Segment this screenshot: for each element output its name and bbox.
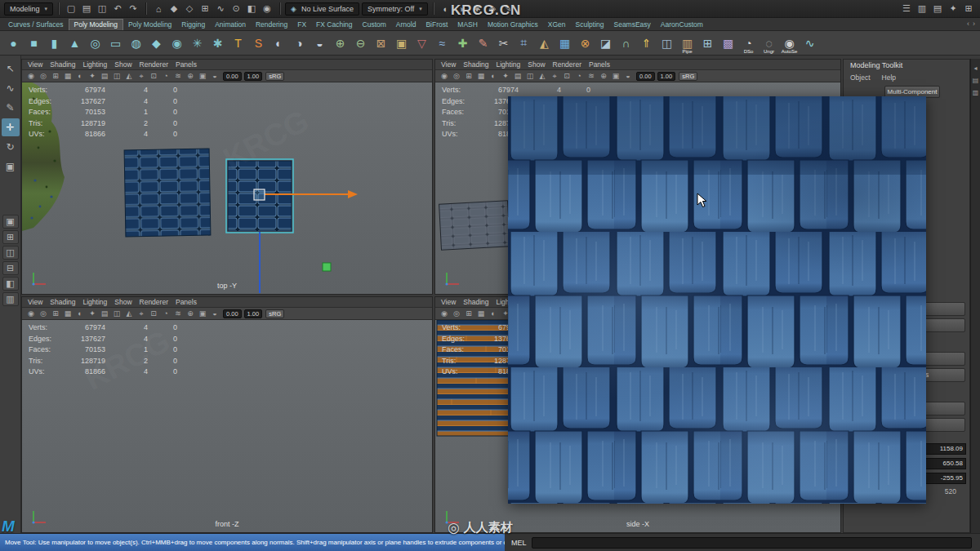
shelf-scroll-left-icon[interactable]: ‹ bbox=[967, 20, 969, 28]
viewport-toolbar-icon-11[interactable]: ◔ bbox=[573, 71, 585, 82]
boolean-difference-icon[interactable]: ◑ bbox=[289, 32, 310, 54]
select-by-component-icon[interactable]: ◇ bbox=[182, 2, 197, 16]
append-to-polygon-icon[interactable]: ✚ bbox=[452, 32, 473, 54]
viewport-toolbar-icon-6[interactable]: ▤ bbox=[512, 71, 523, 82]
separate-icon[interactable]: ⊖ bbox=[350, 32, 371, 54]
viewport-toolbar-icon-2[interactable]: ⊞ bbox=[463, 71, 474, 82]
lasso-tool-icon[interactable]: ∿ bbox=[2, 79, 20, 97]
colorspace-chip[interactable]: sRG bbox=[265, 72, 284, 81]
mode-selector-dropdown[interactable]: Modeling ▾ bbox=[4, 2, 53, 16]
viewport-menu-show[interactable]: Show bbox=[528, 60, 545, 69]
viewport-menu-shading[interactable]: Shading bbox=[463, 60, 488, 69]
shelf-tab-seamseasy[interactable]: SeamsEasy bbox=[608, 20, 655, 30]
fill-hole-icon[interactable]: ▣ bbox=[391, 32, 412, 54]
viewport-toolbar-icon-3[interactable]: ▦ bbox=[475, 309, 487, 319]
boolean-intersection-icon[interactable]: ◒ bbox=[310, 32, 330, 54]
ungroup-icon[interactable]: ◌Ungr bbox=[759, 32, 779, 54]
shelf-tab-xgen[interactable]: XGen bbox=[543, 20, 571, 30]
shelf-tab-bifrost[interactable]: BiFrost bbox=[421, 20, 452, 30]
select-tool-icon[interactable]: ↖ bbox=[2, 60, 20, 78]
shelf-tab-motion-graphics[interactable]: Motion Graphics bbox=[483, 20, 543, 30]
bridge-icon[interactable]: ∩ bbox=[616, 32, 636, 54]
viewport-toolbar-icon-4[interactable]: ◐ bbox=[74, 71, 86, 82]
viewport-toolbar-icon-5[interactable]: ✦ bbox=[87, 71, 98, 82]
snap-to-grid-icon[interactable]: ⊞ bbox=[198, 2, 212, 16]
reduce-icon[interactable]: ▽ bbox=[412, 32, 432, 54]
shelf-tab-fx-caching[interactable]: FX Caching bbox=[311, 20, 357, 30]
viewport-toolbar-icon-2[interactable]: ⊞ bbox=[50, 71, 61, 82]
viewport-menu-panels[interactable]: Panels bbox=[176, 60, 197, 69]
new-scene-icon[interactable]: ▢ bbox=[64, 2, 78, 16]
viewport-toolbar-icon-1[interactable]: ◎ bbox=[451, 309, 462, 319]
scale-tool-icon[interactable]: ▣ bbox=[2, 158, 20, 176]
poly-cube-icon[interactable]: ■ bbox=[24, 32, 44, 54]
viewport-toolbar-icon-8[interactable]: ◭ bbox=[123, 309, 135, 319]
channel-box-tab-icon[interactable]: ▤ bbox=[971, 75, 980, 86]
x-coordinate-field[interactable]: 1158.09 bbox=[922, 443, 966, 455]
viewport-toolbar-icon-8[interactable]: ◭ bbox=[123, 71, 135, 82]
make-live-icon[interactable]: ◉ bbox=[260, 2, 274, 16]
shelf-tab-rendering[interactable]: Rendering bbox=[251, 20, 292, 30]
viewport-toolbar-icon-14[interactable]: ▣ bbox=[197, 309, 208, 319]
workspace-selector-icon[interactable]: ⊞ bbox=[961, 2, 976, 16]
z-coordinate-field[interactable]: -255.95 bbox=[922, 473, 966, 484]
duplicate-icon[interactable]: ⊞ bbox=[697, 32, 718, 54]
viewport-toolbar-icon-6[interactable]: ▤ bbox=[99, 309, 110, 319]
shelf-tab-custom[interactable]: Custom bbox=[358, 20, 391, 30]
shelf-tab-curves-surfaces[interactable]: Curves / Surfaces bbox=[3, 20, 69, 30]
shelf-tab-sculpting[interactable]: Sculpting bbox=[571, 20, 609, 30]
ipr-render-icon[interactable]: ◑ bbox=[454, 2, 469, 16]
lattice-icon[interactable]: ▩ bbox=[718, 32, 738, 54]
super-ellipse-icon[interactable]: ◉ bbox=[167, 32, 187, 54]
extrude-icon[interactable]: ⇑ bbox=[636, 32, 657, 54]
mirror-icon[interactable]: ◫ bbox=[657, 32, 677, 54]
viewport-menu-show[interactable]: Show bbox=[114, 298, 131, 306]
viewport-toolbar-icon-3[interactable]: ▦ bbox=[62, 71, 74, 82]
viewport-menu-renderer[interactable]: Renderer bbox=[140, 60, 168, 69]
viewport-canvas-front[interactable]: Verts:6797440Edges:13762740Faces:7015310… bbox=[22, 320, 432, 532]
viewport-toolbar-icon-12[interactable]: ≋ bbox=[586, 71, 597, 82]
poly-plane-icon[interactable]: ▭ bbox=[105, 32, 126, 54]
attribute-editor-toggle-icon[interactable]: ▤ bbox=[930, 2, 945, 16]
colorspace-chip[interactable]: sRG bbox=[265, 309, 284, 318]
shelf-scroll-right-icon[interactable]: › bbox=[973, 20, 975, 28]
symmetry-dropdown[interactable]: Symmetry: Off ▾ bbox=[362, 2, 428, 16]
viewport-toolbar-icon-15[interactable]: ◒ bbox=[622, 71, 634, 82]
gamma-field[interactable]: 1.00 bbox=[244, 72, 263, 81]
viewport-menu-view[interactable]: View bbox=[441, 298, 456, 306]
viewport-menu-view[interactable]: View bbox=[28, 60, 42, 69]
viewport-toolbar-icon-14[interactable]: ▣ bbox=[610, 71, 621, 82]
poly-cylinder-icon[interactable]: ▮ bbox=[44, 32, 65, 54]
viewport-toolbar-icon-3[interactable]: ▦ bbox=[62, 309, 74, 319]
viewport-toolbar-icon-10[interactable]: ⊡ bbox=[561, 71, 572, 82]
pipe-icon[interactable]: ▥Pipe bbox=[677, 32, 697, 54]
select-by-object-icon[interactable]: ◆ bbox=[167, 2, 181, 16]
spherical-harmonics-icon[interactable]: ✳ bbox=[187, 32, 207, 54]
shelf-tab-poly-modeling[interactable]: Poly Modeling bbox=[69, 19, 123, 30]
target-weld-icon[interactable]: ⊗ bbox=[575, 32, 595, 54]
command-line-input[interactable] bbox=[532, 537, 972, 549]
viewport-toolbar-icon-9[interactable]: ⌖ bbox=[136, 71, 147, 82]
shelf-tab-arnold[interactable]: Arnold bbox=[391, 20, 421, 30]
colorspace-chip[interactable]: sRG bbox=[679, 72, 697, 81]
viewport-toolbar-icon-2[interactable]: ⊞ bbox=[463, 309, 474, 319]
auto-seam-icon[interactable]: ◉AutoSe bbox=[779, 32, 800, 54]
viewport-menu-renderer[interactable]: Renderer bbox=[140, 298, 168, 306]
exposure-field[interactable]: 0.00 bbox=[636, 72, 655, 81]
viewport-toolbar-icon-1[interactable]: ◎ bbox=[38, 71, 49, 82]
viewport-toolbar-icon-10[interactable]: ⊡ bbox=[148, 71, 159, 82]
outliner-toggle-icon[interactable]: ☰ bbox=[899, 2, 914, 16]
connect-icon[interactable]: ⌗ bbox=[514, 32, 534, 54]
combine-icon[interactable]: ⊕ bbox=[330, 32, 350, 54]
shelf-tab-poly-modeling[interactable]: Poly Modeling bbox=[123, 20, 176, 30]
extract-icon[interactable]: ⊠ bbox=[371, 32, 391, 54]
viewport-toolbar-icon-11[interactable]: ◔ bbox=[160, 71, 172, 82]
viewport-front[interactable]: ViewShadingLightingShowRendererPanels ◉◎… bbox=[21, 296, 433, 533]
panel-collapse-icon[interactable]: ◂ bbox=[971, 63, 980, 73]
viewport-toolbar-icon-13[interactable]: ⊕ bbox=[185, 309, 196, 319]
rotate-tool-icon[interactable]: ↻ bbox=[2, 138, 20, 156]
shelf-tab-rigging[interactable]: Rigging bbox=[176, 20, 210, 30]
ultra-shape-icon[interactable]: ✱ bbox=[207, 32, 228, 54]
viewport-toolbar-icon-0[interactable]: ◉ bbox=[439, 71, 450, 82]
viewport-menu-view[interactable]: View bbox=[28, 298, 42, 306]
